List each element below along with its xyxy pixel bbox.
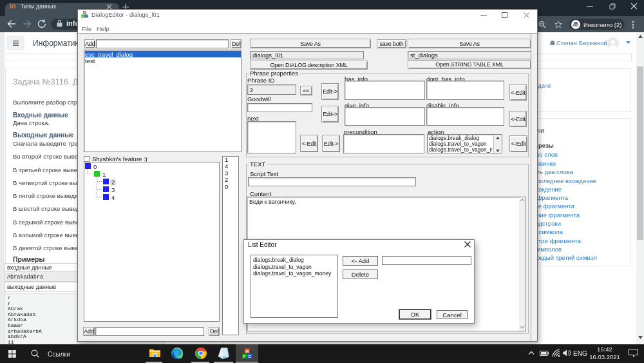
svg-text:F: F — [243, 355, 246, 358]
svg-text:C: C — [248, 355, 251, 358]
svg-text:M: M — [245, 349, 249, 353]
svg-text:C: C — [86, 15, 88, 18]
